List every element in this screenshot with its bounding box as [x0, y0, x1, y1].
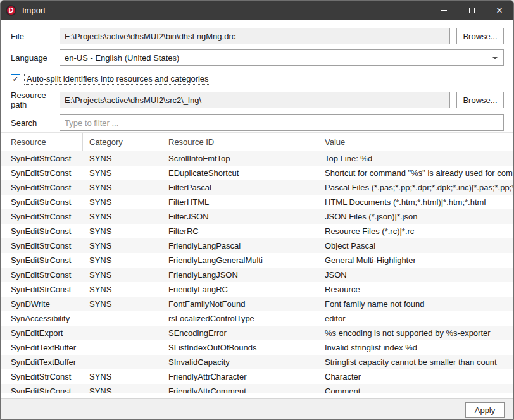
cell-id: rsLocalizedControlType	[163, 314, 315, 323]
cell-value: Shortcut for command "%s" is already use…	[315, 168, 513, 178]
language-row: Language en-US - English (United States)	[1, 49, 513, 66]
table-row[interactable]: SynEditStrConstSYNSFriendlyLangRCResourc…	[1, 282, 513, 297]
column-header-category[interactable]: Category	[83, 133, 163, 151]
cell-id: FriendlyLangRC	[163, 285, 315, 294]
language-combobox[interactable]: en-US - English (United States)	[60, 49, 504, 66]
cell-resource: SynEditStrConst	[1, 212, 83, 221]
cell-resource: SynEditStrConst	[1, 256, 83, 265]
cell-resource: SynEditStrConst	[1, 197, 83, 207]
cell-resource: SynEditStrConst	[1, 226, 83, 236]
cell-resource: SynEditStrConst	[1, 241, 83, 250]
resource-path-input[interactable]	[60, 92, 450, 108]
resource-path-browse-button[interactable]: Browse...	[456, 92, 504, 108]
chevron-down-icon	[492, 57, 498, 59]
language-selected-value: en-US - English (United States)	[65, 53, 179, 63]
footer-bar: Apply	[1, 398, 513, 420]
table-body: SynEditStrConstSYNSScrollInfoFmtTopTop L…	[1, 151, 513, 393]
cell-category: SYNS	[83, 197, 163, 207]
cell-category: SYNS	[83, 270, 163, 280]
table-row[interactable]: SynEditStrConstSYNSScrollInfoFmtTopTop L…	[1, 151, 513, 166]
cell-category: SYNS	[83, 226, 163, 236]
cell-value: Font family name not found	[315, 299, 513, 309]
column-header-value[interactable]: Value	[315, 133, 513, 151]
cell-value: %s encoding is not supported by %s-expor…	[315, 328, 513, 338]
table-row[interactable]: SynEditStrConstSYNSFriendlyAttrCharacter…	[1, 369, 513, 384]
cell-id: FilterRC	[163, 226, 315, 236]
cell-resource: SynEditStrConst	[1, 270, 83, 280]
file-browse-button[interactable]: Browse...	[456, 28, 504, 44]
cell-id: FilterJSON	[163, 212, 315, 221]
cell-value: Invalid stringlist index %d	[315, 343, 513, 352]
search-label: Search	[11, 118, 60, 128]
cell-value: Resource	[315, 285, 513, 294]
table-row[interactable]: SynEditStrConstSYNSFilterJSONJSON Files …	[1, 209, 513, 224]
cell-resource: SynEditStrConst	[1, 285, 83, 294]
cell-category: SYNS	[83, 285, 163, 294]
cell-id: ScrollInfoFmtTop	[163, 154, 315, 163]
minimize-button[interactable]	[430, 1, 458, 20]
cell-value: JSON Files (*.json)|*.json	[315, 212, 513, 221]
table-row[interactable]: SynEditStrConstSYNSFilterRCResource File…	[1, 224, 513, 238]
cell-category: SYNS	[83, 212, 163, 221]
cell-value: Resource Files (*.rc)|*.rc	[315, 226, 513, 236]
cell-category: SYNS	[83, 168, 163, 178]
cell-id: FriendlyAttrComment	[163, 386, 315, 393]
search-input[interactable]	[60, 114, 504, 131]
table-row[interactable]: SynDWriteSYNSFontFamilyNotFoundFont fami…	[1, 297, 513, 311]
cell-id: FilterHTML	[163, 197, 315, 207]
cell-category: SYNS	[83, 372, 163, 381]
import-dialog: D Import ✕ File Browse... Language en-US…	[0, 0, 514, 420]
cell-resource: SynAccessibility	[1, 314, 83, 323]
table-row[interactable]: SynEditStrConstSYNSFilterHTMLHTML Docume…	[1, 195, 513, 209]
language-label: Language	[11, 53, 60, 63]
cell-id: FriendlyLangJSON	[163, 270, 315, 280]
maximize-icon	[469, 8, 475, 13]
cell-value: Object Pascal	[315, 241, 513, 250]
cell-id: FontFamilyNotFound	[163, 299, 315, 309]
table-row[interactable]: SynEditStrConstSYNSFriendlyLangJSONJSON	[1, 268, 513, 282]
cell-value: Top Line: %d	[315, 154, 513, 163]
cell-resource: SynEditStrConst	[1, 183, 83, 192]
cell-category: SYNS	[83, 256, 163, 265]
table-row[interactable]: SynEditStrConstSYNSFriendlyAttrCommentCo…	[1, 384, 513, 393]
table-row[interactable]: SynAccessibilityrsLocalizedControlTypeed…	[1, 311, 513, 326]
cell-resource: SynEditStrConst	[1, 386, 83, 393]
cell-value: JSON	[315, 270, 513, 280]
auto-split-row: ✓ Auto-split identifiers into resources …	[1, 73, 513, 85]
file-input[interactable]	[60, 28, 450, 44]
maximize-button[interactable]	[458, 1, 486, 20]
cell-id: SListIndexOutOfBounds	[163, 343, 315, 352]
cell-value: Character	[315, 372, 513, 381]
cell-category: SYNS	[83, 386, 163, 393]
minimize-icon	[441, 10, 447, 11]
table-row[interactable]: SynEditStrConstSYNSEDuplicateShortcutSho…	[1, 166, 513, 180]
apply-button[interactable]: Apply	[465, 402, 505, 418]
search-row: Search	[1, 114, 513, 131]
table-row[interactable]: SynEditStrConstSYNSFriendlyLangGeneralMu…	[1, 253, 513, 268]
table-row[interactable]: SynEditTextBufferSInvalidCapacityStringl…	[1, 355, 513, 369]
resource-path-row: Resource path Browse...	[1, 90, 513, 109]
table-row[interactable]: SynEditTextBufferSListIndexOutOfBoundsIn…	[1, 340, 513, 355]
auto-split-label[interactable]: Auto-split identifiers into resources an…	[24, 73, 211, 85]
table-header: Resource Category Resource ID Value	[1, 132, 513, 151]
cell-id: FriendlyAttrCharacter	[163, 372, 315, 381]
column-header-resource[interactable]: Resource	[1, 133, 83, 151]
cell-id: FilterPascal	[163, 183, 315, 192]
close-icon: ✕	[496, 6, 503, 15]
cell-category: SYNS	[83, 154, 163, 163]
titlebar[interactable]: D Import ✕	[1, 1, 513, 20]
cell-id: FriendlyLangPascal	[163, 241, 315, 250]
table-row[interactable]: SynEditStrConstSYNSFriendlyLangPascalObj…	[1, 238, 513, 253]
table-row[interactable]: SynEditExportSEncodingError%s encoding i…	[1, 326, 513, 340]
cell-id: SEncodingError	[163, 328, 315, 338]
cell-id: FriendlyLangGeneralMulti	[163, 256, 315, 265]
column-header-resource-id[interactable]: Resource ID	[163, 133, 315, 151]
form-area: File Browse... Language en-US - English …	[1, 20, 513, 132]
cell-value: HTML Documents (*.htm;*.html)|*.htm;*.ht…	[315, 197, 513, 207]
table-row[interactable]: SynEditStrConstSYNSFilterPascalPascal Fi…	[1, 180, 513, 195]
auto-split-checkbox[interactable]: ✓	[11, 74, 20, 83]
cell-resource: SynEditStrConst	[1, 154, 83, 163]
cell-id: SInvalidCapacity	[163, 357, 315, 367]
cell-resource: SynEditTextBuffer	[1, 343, 83, 352]
close-button[interactable]: ✕	[486, 1, 513, 20]
